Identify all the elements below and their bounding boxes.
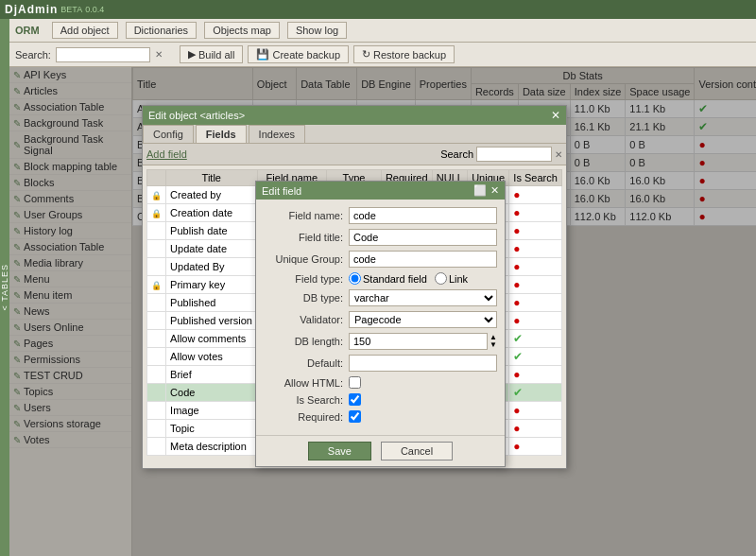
search-icon: ● (513, 278, 520, 291)
search-icon: ● (513, 368, 520, 381)
db-length-row: DB length: ▲ ▼ (264, 333, 497, 350)
add-field-row: Add field Search ✕ (143, 144, 566, 165)
edit-field-dialog: Edit field ⬜ ✕ Field name: Field title: (255, 181, 506, 467)
default-label: Default: (264, 357, 349, 369)
edit-field-close-button[interactable]: ✕ (490, 184, 499, 197)
search-icon: ● (513, 314, 520, 327)
db-type-select[interactable]: varchar text int bigint float datetime d… (349, 289, 497, 306)
db-type-row: DB type: varchar text int bigint float d… (264, 289, 497, 306)
search-icon: ✔ (513, 332, 523, 345)
unique-group-input[interactable] (349, 251, 497, 268)
fth-title (147, 170, 166, 186)
tab-fields[interactable]: Fields (196, 125, 247, 143)
allow-html-row: Allow HTML: (264, 376, 497, 389)
toolbar-module: ORM (15, 25, 40, 36)
edit-field-title-bar: Edit field ⬜ ✕ (256, 182, 505, 200)
field-type-radio-group: Standard field Link (349, 272, 468, 285)
allow-html-label: Allow HTML: (264, 377, 349, 389)
field-type-link-radio[interactable] (435, 272, 447, 285)
lock-icon: 🔒 (151, 191, 162, 200)
sidebar-toggle[interactable]: < TABLES (0, 19, 9, 556)
app-version: 0.0.4 (85, 5, 104, 14)
unique-group-label: Unique Group: (264, 253, 349, 265)
field-type-label: Field type: (264, 273, 349, 285)
field-type-row: Field type: Standard field Link (264, 272, 497, 285)
search-icon: ● (513, 422, 520, 435)
validator-row: Validator: Pagecode None Email URL Integ… (264, 311, 497, 328)
dictionaries-button[interactable]: Dictionaries (126, 22, 197, 39)
search-fields-label: Search (440, 148, 473, 160)
search-icon: ● (513, 440, 520, 453)
required-label: Required: (264, 411, 349, 423)
tab-indexes[interactable]: Indexes (249, 125, 306, 143)
search-icon: ● (513, 206, 520, 219)
db-length-down-icon[interactable]: ▼ (490, 341, 497, 349)
validator-label: Validator: (264, 314, 349, 325)
search-icon: ✔ (513, 386, 523, 399)
field-type-standard-text: Standard field (363, 273, 427, 285)
search-bar: Search: ✕ ▶ Build all 💾 Create backup ↻ … (9, 43, 756, 67)
search-clear-icon[interactable]: ✕ (555, 149, 562, 160)
field-type-standard-label[interactable]: Standard field (349, 272, 427, 285)
unique-group-row: Unique Group: (264, 251, 497, 268)
field-name-row: Field name: (264, 207, 497, 224)
default-input[interactable] (349, 355, 497, 372)
db-length-label: DB length: (264, 336, 349, 347)
search-icon: ● (513, 188, 520, 201)
edit-object-close-button[interactable]: ✕ (551, 109, 560, 122)
is-search-checkbox[interactable] (349, 393, 361, 406)
edit-field-buttons: Save Cancel (256, 435, 505, 466)
fth-title-label: Title (166, 170, 257, 186)
search-fields: Search ✕ (440, 147, 562, 162)
edit-object-title: Edit object <articles> (148, 110, 245, 121)
app-beta: BETA (60, 5, 82, 14)
edit-object-title-bar: Edit object <articles> ✕ (143, 106, 566, 125)
edit-field-expand-icon[interactable]: ⬜ (473, 184, 487, 197)
build-all-button[interactable]: ▶ Build all (180, 45, 244, 63)
fth-issearch: Is Search (509, 170, 562, 186)
db-type-label: DB type: (264, 292, 349, 304)
search-icon: ● (513, 242, 520, 255)
lock-icon: 🔒 (151, 209, 162, 218)
restore-backup-button[interactable]: ↻ Restore backup (353, 45, 455, 63)
default-row: Default: (264, 355, 497, 372)
app-logo: DjAdmin (5, 3, 58, 16)
search-label: Search: (15, 49, 51, 61)
cancel-button[interactable]: Cancel (381, 442, 453, 460)
search-icon: ● (513, 404, 520, 417)
field-title-row: Field title: (264, 229, 497, 246)
field-name-input[interactable] (349, 207, 497, 224)
allow-html-checkbox[interactable] (349, 376, 361, 389)
search-icon: ✔ (513, 350, 523, 363)
is-search-label: Is Search: (264, 394, 349, 406)
field-type-standard-radio[interactable] (349, 272, 361, 285)
sidebar-label: < TABLES (0, 264, 9, 310)
add-object-button[interactable]: Add object (52, 22, 118, 39)
search-fields-input[interactable] (476, 147, 552, 162)
search-icon: ● (513, 260, 520, 273)
save-button[interactable]: Save (308, 442, 371, 460)
toolbar: ORM Add object Dictionaries Objects map … (9, 19, 756, 43)
search-clear-icon[interactable]: ✕ (155, 49, 163, 60)
edit-field-body: Field name: Field title: Unique Group: (256, 200, 505, 435)
search-input[interactable] (56, 47, 150, 62)
add-field-link[interactable]: Add field (146, 148, 187, 160)
field-name-label: Field name: (264, 210, 349, 221)
is-search-row: Is Search: (264, 393, 497, 406)
show-log-button[interactable]: Show log (287, 22, 347, 39)
objects-map-button[interactable]: Objects map (204, 22, 280, 39)
tab-config[interactable]: Config (143, 125, 194, 143)
field-title-input[interactable] (349, 229, 497, 246)
search-icon: ● (513, 224, 520, 237)
main-content: ORM Add object Dictionaries Objects map … (9, 19, 756, 556)
main-layout: < TABLES ORM Add object Dictionaries Obj… (0, 19, 756, 556)
field-title-label: Field title: (264, 232, 349, 243)
field-type-link-text: Link (449, 273, 468, 285)
edit-field-title: Edit field (262, 185, 301, 197)
required-checkbox[interactable] (349, 410, 361, 423)
field-type-link-label[interactable]: Link (435, 272, 468, 285)
db-length-input[interactable] (349, 333, 488, 350)
create-backup-button[interactable]: 💾 Create backup (248, 45, 349, 63)
validator-select[interactable]: Pagecode None Email URL Integer Float (349, 311, 497, 328)
edit-object-tabs: Config Fields Indexes (143, 125, 566, 144)
